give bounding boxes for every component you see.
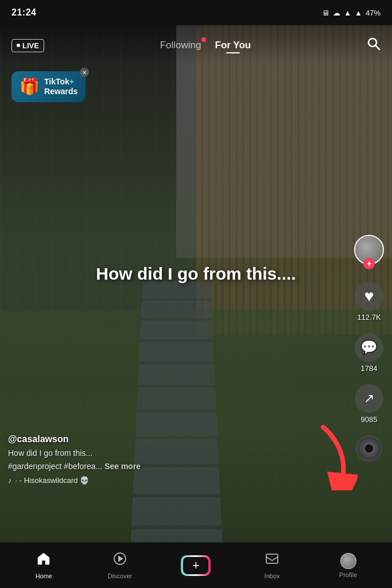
- live-label: LIVE: [22, 41, 39, 50]
- heart-icon: ♥: [364, 287, 374, 305]
- nav-discover[interactable]: Discover: [82, 551, 158, 579]
- music-disc[interactable]: [356, 435, 382, 462]
- rewards-text: TikTok+ Rewards: [44, 77, 77, 96]
- status-bar: 21:24 🖥 ☁ ▲ ▲ 47%: [0, 0, 392, 25]
- nav-profile[interactable]: Profile: [310, 553, 386, 578]
- wifi-icon: ▲: [344, 9, 351, 17]
- plus-icon: +: [192, 558, 200, 573]
- comment-count: 1784: [361, 364, 378, 373]
- music-disc-inner: [365, 444, 373, 452]
- share-action[interactable]: ↗ 9085: [355, 384, 383, 424]
- nav-tabs: Following For You: [160, 40, 251, 51]
- nav-inbox[interactable]: Inbox: [234, 551, 311, 579]
- profile-avatar-icon: [340, 553, 356, 569]
- screen-icon: 🖥: [322, 9, 329, 17]
- discover-label: Discover: [107, 572, 132, 579]
- status-time: 21:24: [11, 7, 36, 18]
- nav-home[interactable]: Home: [6, 551, 82, 579]
- share-count: 9085: [361, 415, 378, 424]
- status-icons: 🖥 ☁ ▲ ▲ 47%: [322, 9, 381, 17]
- profile-label: Profile: [339, 571, 357, 578]
- create-button[interactable]: +: [181, 555, 211, 576]
- bottom-nav: Home Discover + Inbox Profile: [0, 542, 392, 588]
- comment-action[interactable]: 💬 1784: [355, 333, 383, 373]
- music-track-name: · - Hisokaswildcard 💀: [15, 476, 90, 485]
- live-button[interactable]: LIVE: [11, 39, 44, 52]
- rewards-gift-icon: 🎁: [20, 77, 40, 96]
- comment-icon-bg: 💬: [355, 333, 383, 362]
- see-more-button[interactable]: See more: [104, 462, 141, 471]
- like-action[interactable]: ♥ 112.7K: [355, 282, 383, 322]
- like-icon-bg: ♥: [355, 282, 383, 311]
- following-notification-dot: [201, 37, 206, 42]
- discover-icon: [112, 551, 127, 570]
- home-label: Home: [36, 572, 52, 579]
- music-note-icon: ♪: [8, 476, 12, 485]
- follow-plus-button[interactable]: +: [363, 258, 375, 269]
- red-arrow: [312, 421, 358, 490]
- signal-icon: ▲: [355, 9, 362, 17]
- comment-icon: 💬: [360, 339, 378, 355]
- inbox-icon: [265, 551, 280, 570]
- share-icon: ↗: [364, 391, 374, 406]
- svg-rect-6: [266, 554, 278, 563]
- video-container: LIVE Following For You ✕ 🎁 TikTok+ Rewar…: [0, 25, 392, 542]
- svg-marker-3: [332, 473, 349, 485]
- caption-line-1: How did I go from this...: [8, 448, 346, 459]
- creator-username[interactable]: @casalawson: [8, 434, 346, 444]
- inbox-label: Inbox: [265, 572, 280, 579]
- share-icon-bg: ↗: [355, 384, 383, 413]
- caption-line-2: #gardenproject #beforea... See more: [8, 461, 346, 473]
- create-button-inner: +: [183, 557, 208, 574]
- rewards-popup[interactable]: ✕ 🎁 TikTok+ Rewards: [11, 71, 86, 102]
- for-you-tab[interactable]: For You: [215, 40, 251, 51]
- top-nav: LIVE Following For You: [0, 25, 392, 65]
- cloud-icon: ☁: [333, 9, 340, 17]
- battery-text: 47%: [366, 9, 381, 17]
- bottom-info: @casalawson How did I go from this... #g…: [8, 434, 346, 485]
- following-tab[interactable]: Following: [160, 40, 201, 51]
- svg-line-1: [376, 46, 380, 50]
- svg-marker-5: [119, 556, 122, 561]
- search-icon[interactable]: [367, 37, 381, 54]
- nav-create[interactable]: +: [158, 555, 234, 576]
- video-caption: How did I go from this....: [39, 262, 352, 285]
- like-count: 112.7K: [357, 313, 381, 322]
- video-caption-text: How did I go from this....: [39, 262, 352, 285]
- right-actions: + ♥ 112.7K 💬 1784 ↗ 9085: [354, 235, 384, 462]
- live-dot: [17, 44, 20, 47]
- home-icon: [36, 551, 51, 570]
- creator-avatar-container[interactable]: +: [354, 235, 384, 265]
- music-info[interactable]: ♪ · - Hisokaswildcard 💀: [8, 476, 346, 485]
